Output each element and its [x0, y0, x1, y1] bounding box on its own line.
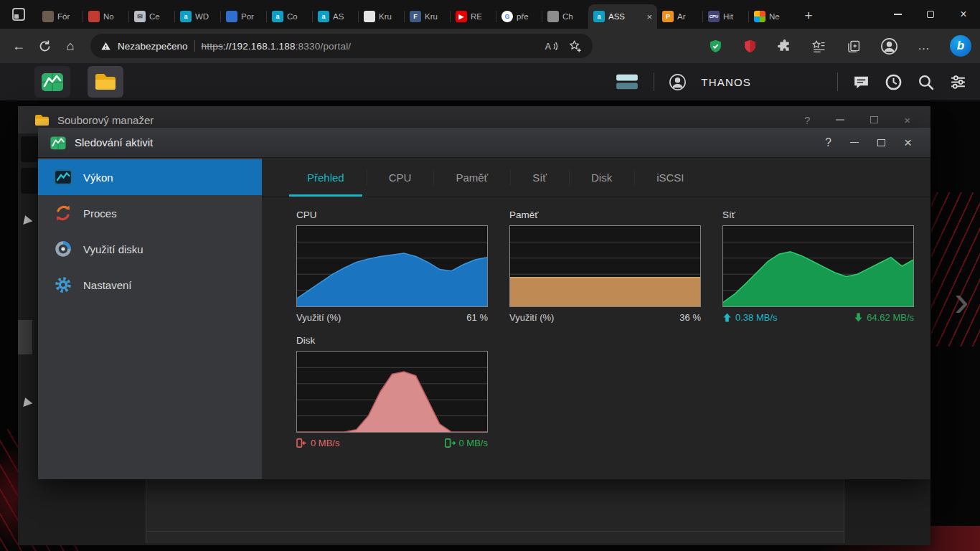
maximize-button[interactable] — [870, 116, 878, 123]
tab-actions-button[interactable] — [0, 0, 37, 29]
back-button[interactable]: ← — [6, 33, 32, 59]
disk-chart — [296, 351, 488, 433]
security-shield-icon[interactable] — [708, 39, 723, 54]
tab-memory[interactable]: Paměť — [433, 158, 510, 197]
browser-close-button[interactable]: × — [947, 0, 980, 29]
fm-scrollbar[interactable] — [18, 320, 32, 354]
activity-monitor-icon — [50, 134, 67, 151]
tab-title: AS — [333, 12, 354, 21]
url-text: https://192.168.1.188:8330/portal/ — [202, 41, 352, 52]
browser-maximize-button[interactable] — [914, 0, 947, 29]
sidebar-item-settings[interactable]: Nastavení — [38, 267, 262, 303]
browser-tab[interactable]: Ne — [749, 4, 795, 29]
browser-tab[interactable]: Gpře — [496, 4, 542, 29]
new-tab-button[interactable]: + — [798, 5, 819, 27]
browser-tab[interactable]: aCo — [267, 4, 313, 29]
minimize-button[interactable] — [850, 142, 859, 143]
url-path: :8330/portal/ — [296, 41, 352, 52]
collections-icon[interactable] — [846, 39, 861, 54]
tab-favicon: a — [180, 11, 192, 22]
browser-tab[interactable]: Ch — [542, 4, 588, 29]
tab-favicon: CPU — [708, 11, 720, 22]
preferences-sliders-icon[interactable] — [949, 73, 967, 91]
maximize-button[interactable] — [877, 139, 885, 146]
background-tasks-clock-icon[interactable] — [885, 73, 903, 91]
browser-tab[interactable]: Por — [221, 4, 267, 29]
tab-cpu[interactable]: CPU — [367, 158, 434, 197]
bing-icon[interactable]: b — [950, 35, 971, 57]
search-icon[interactable] — [917, 73, 935, 91]
address-bar[interactable]: Nezabezpečeno https://192.168.1.188:8330… — [90, 34, 593, 58]
extensions-puzzle-icon[interactable] — [777, 39, 792, 54]
stat-label: 0 MB/s — [311, 438, 339, 448]
dock-file-manager[interactable] — [88, 66, 123, 98]
username[interactable]: THANOS — [701, 76, 751, 88]
tab-title: Co — [287, 12, 308, 21]
fm-panel-divider — [146, 531, 844, 532]
browser-tab[interactable]: ✉Ce — [129, 4, 175, 29]
browser-tab[interactable]: No — [83, 4, 129, 29]
browser-menu-button[interactable]: … — [918, 44, 930, 49]
network-chart — [722, 225, 914, 307]
tab-favicon: a — [318, 11, 329, 22]
stat-label: Využití (%) — [509, 312, 554, 323]
user-avatar-icon[interactable] — [669, 73, 687, 91]
tab-title: Ne — [769, 12, 790, 21]
tab-title: Ar — [677, 12, 698, 21]
cpu-stat: 61 % — [466, 312, 488, 323]
favorites-icon[interactable] — [811, 39, 826, 54]
read-aloud-icon[interactable]: A — [544, 39, 559, 54]
sidebar-item-process[interactable]: Proces — [38, 195, 262, 231]
browser-tab[interactable]: Kru — [359, 4, 405, 29]
sidebar-item-performance[interactable]: Výkon — [38, 159, 262, 195]
file-manager-icon — [34, 112, 50, 128]
disk-stat: 0 MB/s — [296, 438, 339, 448]
help-button[interactable]: ? — [804, 114, 810, 126]
notifications-icon[interactable] — [852, 73, 870, 91]
dock-activity-monitor[interactable] — [34, 66, 70, 98]
settings-icon — [54, 276, 72, 294]
file-manager-icon — [93, 70, 118, 94]
tab-disk[interactable]: Disk — [569, 158, 634, 197]
maximize-icon — [927, 11, 934, 18]
tab-title: No — [103, 12, 124, 21]
tab-network[interactable]: Síť — [510, 158, 569, 197]
browser-tab[interactable]: aWD — [175, 4, 221, 29]
browser-profile-avatar[interactable] — [880, 37, 898, 55]
stat-label: 64.62 MB/s — [867, 312, 914, 323]
sidebar-item-disk-usage[interactable]: Využití disku — [38, 231, 262, 267]
help-button[interactable]: ? — [825, 137, 831, 149]
tab-iscsi[interactable]: iSCSI — [634, 158, 706, 197]
refresh-button[interactable] — [32, 33, 57, 59]
browser-tab[interactable]: ▶RE — [451, 4, 496, 29]
add-favorite-star-icon[interactable] — [567, 39, 583, 54]
browser-tab[interactable]: PAr — [657, 4, 703, 29]
not-secure-label: Nezabezpečeno — [118, 41, 188, 52]
adblock-shield-icon[interactable] — [743, 39, 758, 54]
browser-tab[interactable]: Fór — [37, 4, 83, 29]
disk-chart-title: Disk — [296, 335, 488, 346]
browser-tab[interactable]: CPUHit — [703, 4, 749, 29]
tab-favicon: a — [593, 11, 605, 22]
window-controls: ? × — [825, 136, 912, 149]
browser-tab[interactable]: aAS — [313, 4, 359, 29]
desktop: › Souborový manažer ? × — [0, 100, 980, 551]
browser-minimize-button[interactable] — [881, 0, 914, 29]
tab-favicon: a — [272, 11, 283, 22]
tab-overview[interactable]: Přehled — [285, 158, 367, 197]
sidebar-item-label: Výkon — [83, 171, 113, 184]
browser-tab[interactable]: FKru — [405, 4, 451, 29]
home-button[interactable]: ⌂ — [57, 33, 83, 59]
fm-toolbar-button[interactable] — [21, 136, 38, 162]
charts-area: CPUVyužití (%)61 %PaměťVyužití (%)36 %Sí… — [262, 197, 930, 448]
sidebar-item-label: Nastavení — [83, 279, 132, 291]
close-button[interactable]: × — [904, 114, 910, 126]
tab-close-icon[interactable]: × — [645, 11, 652, 22]
fm-toolbar-button[interactable] — [21, 168, 38, 194]
minimize-button[interactable] — [836, 119, 844, 121]
cpu-stat: Využití (%) — [296, 312, 341, 323]
close-button[interactable]: × — [904, 136, 912, 149]
window-title: Sledování aktivit — [75, 136, 153, 149]
taskbar-panel-icon[interactable] — [615, 72, 639, 91]
browser-tab[interactable]: aASS× — [588, 4, 657, 29]
